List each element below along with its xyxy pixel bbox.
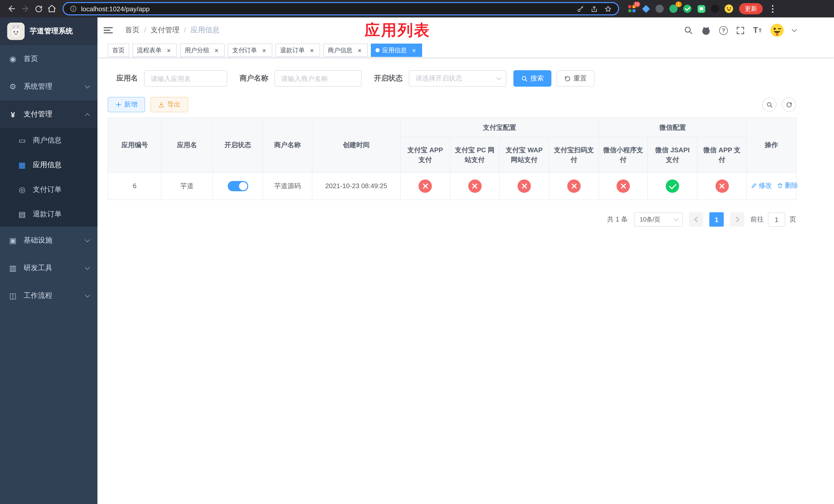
merchant-name-input[interactable]	[275, 70, 361, 87]
sidebar-item-devtools[interactable]: ▥ 研发工具	[0, 254, 97, 282]
page-number-1[interactable]: 1	[709, 212, 724, 227]
chevron-down-icon	[85, 292, 90, 297]
config-status-icon	[518, 180, 531, 193]
cell-app-id: 6	[108, 173, 161, 200]
close-icon[interactable]: ×	[261, 47, 268, 54]
col-header-wechat-app: 微信 APP 支付	[697, 137, 747, 173]
col-header-wechat-mini: 微信小程序支付	[599, 137, 648, 173]
sidebar-item-refund-orders[interactable]: ▤ 退款订单	[0, 202, 97, 227]
url-text[interactable]: localhost:1024/pay/app	[81, 5, 572, 13]
font-size-icon[interactable]	[753, 26, 762, 35]
sidebar-item-payment-orders[interactable]: ◎ 支付订单	[0, 177, 97, 202]
col-header-alipay-pc: 支付宝 PC 网站支付	[450, 137, 499, 173]
sidebar-item-app-info[interactable]: ▦ 应用信息	[0, 153, 97, 177]
extension-badge: 10	[633, 2, 640, 7]
forward-icon[interactable]	[19, 2, 32, 15]
chevron-down-icon	[85, 83, 90, 88]
sidebar-item-infrastructure[interactable]: ▣ 基础设施	[0, 227, 97, 254]
prev-page-button[interactable]	[689, 212, 703, 227]
status-select[interactable]: 请选择开启状态	[409, 70, 506, 87]
tab-payment-orders[interactable]: 支付订单 ×	[228, 44, 272, 57]
total-count: 共 1 条	[607, 215, 628, 224]
browser-menu-icon[interactable]	[768, 5, 776, 13]
search-button[interactable]: 搜索	[513, 70, 551, 87]
home-icon[interactable]	[45, 2, 59, 15]
col-header-status: 开启状态	[213, 118, 263, 173]
back-icon[interactable]	[5, 2, 19, 15]
chat-extension-icon[interactable]	[697, 4, 706, 13]
payment-submenu: ▭ 商户信息 ▦ 应用信息 ◎ 支付订单 ▤ 退款订单	[0, 128, 97, 227]
tab-app-info[interactable]: 应用信息 ×	[371, 44, 422, 57]
breadcrumb-payment[interactable]: 支付管理	[151, 26, 191, 35]
avatar-extension-icon[interactable]: 1	[669, 4, 678, 13]
chevron-down-icon	[85, 237, 90, 242]
browser-update-button[interactable]: 更新	[739, 3, 763, 14]
close-icon[interactable]: ×	[213, 47, 220, 54]
chevron-down-icon[interactable]	[792, 27, 797, 32]
browser-chrome: localhost:1024/pay/app 10	[0, 0, 834, 18]
refresh-table-icon[interactable]	[782, 97, 796, 112]
sidebar-item-home[interactable]: ◉ 首页	[0, 45, 97, 73]
table-toolbar: 新增 导出	[108, 97, 796, 112]
close-icon[interactable]: ×	[308, 47, 315, 54]
black-extension-icon[interactable]	[710, 4, 720, 13]
help-icon[interactable]: ?	[719, 26, 728, 35]
tab-merchant-info[interactable]: 商户信息 ×	[323, 44, 368, 57]
sidebar-toggle-icon[interactable]	[104, 27, 113, 33]
reload-icon[interactable]	[32, 2, 45, 15]
check-extension-icon[interactable]	[683, 4, 692, 13]
bookmark-star-icon[interactable]	[604, 5, 612, 13]
order-icon: ◎	[18, 185, 27, 194]
github-icon[interactable]	[701, 25, 711, 35]
sidebar-item-label: 工作流程	[24, 291, 52, 300]
address-bar[interactable]: localhost:1024/pay/app	[63, 2, 619, 15]
tab-manager-extension-icon[interactable]: 10	[627, 4, 637, 13]
edit-link[interactable]: 修改	[751, 181, 772, 191]
next-page-button[interactable]	[730, 212, 744, 227]
site-info-icon[interactable]	[70, 5, 77, 12]
sidebar-item-payment[interactable]: ¥ 支付管理	[0, 100, 97, 128]
chevron-right-icon	[733, 216, 739, 223]
goto-page-input[interactable]	[768, 212, 785, 227]
cell-app-name: 芋道	[161, 173, 213, 200]
sidebar-item-label: 应用信息	[33, 160, 62, 170]
fullscreen-icon[interactable]	[736, 26, 745, 35]
app-logo-row[interactable]: 芋道管理系统	[0, 18, 97, 45]
user-avatar[interactable]	[770, 23, 784, 38]
dark-extension-icon[interactable]	[655, 4, 664, 13]
col-header-created: 创建时间	[312, 118, 400, 173]
export-button[interactable]: 导出	[150, 97, 188, 112]
close-icon[interactable]: ×	[356, 47, 363, 54]
app-name-input[interactable]	[144, 70, 227, 87]
cell-wechat-app	[697, 173, 747, 200]
sidebar-item-merchant-info[interactable]: ▭ 商户信息	[0, 128, 97, 153]
tab-home[interactable]: 首页	[108, 44, 129, 57]
delete-link[interactable]: 删除	[777, 181, 798, 191]
sidebar-item-system[interactable]: ⚙ 系统管理	[0, 73, 97, 100]
toggle-search-icon[interactable]	[762, 97, 776, 112]
status-label: 开启状态	[374, 74, 403, 83]
col-header-wechat-jsapi: 微信 JSAPI 支付	[648, 137, 697, 173]
page-size-select[interactable]: 10条/页	[634, 212, 683, 227]
status-switch[interactable]	[227, 181, 248, 191]
reset-button[interactable]: 重置	[556, 70, 594, 87]
add-button[interactable]: 新增	[108, 97, 145, 112]
breadcrumb-home[interactable]: 首页	[125, 26, 151, 35]
close-icon[interactable]: ×	[410, 47, 418, 54]
cell-wechat-mini	[599, 173, 648, 200]
sidebar-item-workflow[interactable]: ◫ 工作流程	[0, 282, 97, 310]
tab-process-form[interactable]: 流程表单 ×	[132, 44, 177, 57]
sidebar-item-label: 首页	[24, 54, 38, 64]
sidebar-item-label: 支付管理	[24, 110, 52, 119]
dashboard-icon: ◉	[8, 54, 18, 64]
password-key-icon[interactable]	[576, 5, 584, 13]
diamond-extension-icon[interactable]	[641, 4, 650, 13]
share-icon[interactable]	[590, 5, 598, 13]
extension-badge: 1	[676, 2, 682, 7]
search-icon[interactable]	[684, 26, 693, 35]
tab-user-group[interactable]: 用户分组 ×	[180, 44, 225, 57]
tab-refund-orders[interactable]: 退款订单 ×	[276, 44, 320, 57]
close-icon[interactable]: ×	[165, 47, 172, 54]
browser-profile-avatar[interactable]	[724, 4, 733, 13]
goto-label: 前往	[750, 215, 764, 224]
